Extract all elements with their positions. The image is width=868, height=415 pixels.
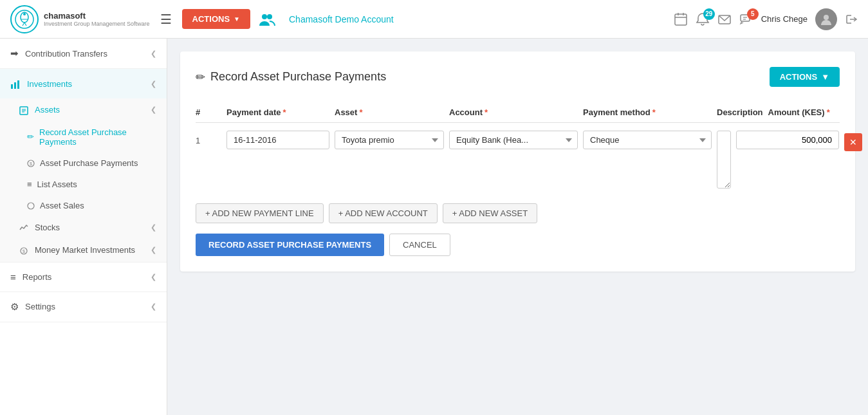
asset-select[interactable]: Toyota premio bbox=[335, 131, 444, 149]
notifications-badge: 29 bbox=[703, 8, 715, 20]
nav-right: 29 5 Chris Chege bbox=[674, 8, 858, 30]
hamburger-menu[interactable]: ☰ bbox=[160, 12, 172, 27]
user-avatar[interactable] bbox=[815, 8, 837, 30]
page-title: ✏ Record Asset Purchase Payments bbox=[196, 70, 386, 84]
sidebar-sub-investments: Assets ❮ ✏ Record Asset Purchase Payment… bbox=[0, 98, 167, 262]
action-buttons-row: RECORD ASSET PURCHASE PAYMENTS CANCEL bbox=[196, 234, 840, 256]
sidebar-item-settings[interactable]: ⚙ Settings ❮ bbox=[0, 292, 167, 322]
sidebar-item-asset-purchase-payments[interactable]: $ Asset Purchase Payments bbox=[0, 152, 167, 174]
cancel-button[interactable]: CANCEL bbox=[389, 234, 450, 256]
reports-chevron-icon: ❮ bbox=[151, 273, 156, 281]
table-header: # Payment date * Asset * Account * Payme… bbox=[196, 102, 840, 123]
pencil-icon: ✏ bbox=[27, 132, 34, 142]
required-indicator: * bbox=[485, 107, 488, 117]
col-description: Description bbox=[717, 107, 763, 117]
investments-chevron-icon: ❮ bbox=[151, 80, 156, 88]
list-icon: ≡ bbox=[27, 180, 32, 189]
svg-point-3 bbox=[23, 13, 26, 15]
sidebar-section-contribution: ➡ Contribution Transfers ❮ bbox=[0, 39, 167, 69]
add-payment-line-button[interactable]: + ADD NEW PAYMENT LINE bbox=[196, 203, 324, 223]
actions-button[interactable]: ACTIONS ▼ bbox=[182, 9, 250, 29]
actions-teal-chevron-icon: ▼ bbox=[821, 72, 829, 82]
sidebar-item-contribution-transfers[interactable]: ➡ Contribution Transfers ❮ bbox=[0, 39, 167, 68]
actions-arrow-icon: ▼ bbox=[234, 15, 240, 23]
logo-area: chamasoft Investment Group Management So… bbox=[10, 5, 150, 33]
svg-text:$: $ bbox=[30, 161, 32, 166]
reports-icon: ≡ bbox=[10, 272, 16, 282]
messages-badge: 5 bbox=[747, 8, 759, 20]
col-asset: Asset * bbox=[335, 107, 444, 117]
sidebar-item-investments[interactable]: Investments ❮ bbox=[0, 69, 167, 98]
notifications-icon-btn[interactable]: 29 bbox=[696, 12, 710, 26]
layout: ➡ Contribution Transfers ❮ Investmen bbox=[0, 39, 868, 415]
svg-rect-19 bbox=[14, 82, 16, 89]
stocks-chevron-icon: ❮ bbox=[151, 223, 156, 232]
sidebar-item-record-asset-purchase[interactable]: ✏ Record Asset Purchase Payments bbox=[0, 122, 167, 152]
assets-chevron-icon: ❮ bbox=[151, 106, 156, 114]
sidebar-item-money-market[interactable]: $ Money Market Investments ❮ bbox=[0, 239, 167, 262]
topnav: chamasoft Investment Group Management So… bbox=[0, 0, 868, 39]
user-name[interactable]: Chris Chege bbox=[761, 14, 808, 24]
svg-rect-20 bbox=[17, 80, 19, 89]
sidebar-item-list-assets[interactable]: ≡ List Assets bbox=[0, 174, 167, 195]
logout-icon[interactable] bbox=[845, 12, 858, 26]
amount-input[interactable] bbox=[736, 131, 839, 149]
account-name: Chamasoft Demo Account bbox=[289, 14, 394, 24]
sidebar-section-settings: ⚙ Settings ❮ bbox=[0, 292, 167, 322]
sidebar: ➡ Contribution Transfers ❮ Investmen bbox=[0, 39, 167, 415]
sidebar-item-stocks[interactable]: Stocks ❮ bbox=[0, 216, 167, 239]
svg-point-16 bbox=[824, 15, 829, 20]
pencil-title-icon: ✏ bbox=[196, 70, 205, 84]
svg-line-4 bbox=[23, 23, 24, 26]
settings-icon: ⚙ bbox=[10, 301, 19, 313]
logo-sub: Investment Group Management Software bbox=[44, 21, 150, 27]
required-indicator: * bbox=[359, 107, 362, 117]
coin-icon: $ bbox=[27, 158, 35, 168]
chevron-icon: ❮ bbox=[151, 50, 156, 58]
assets-icon bbox=[19, 105, 28, 115]
content-card: ✏ Record Asset Purchase Payments ACTIONS… bbox=[180, 51, 855, 272]
svg-point-7 bbox=[267, 14, 272, 19]
money-market-icon: $ bbox=[19, 245, 28, 255]
messages-icon-btn[interactable]: 5 bbox=[739, 12, 753, 26]
sidebar-item-asset-sales[interactable]: Asset Sales bbox=[0, 195, 167, 216]
sidebar-item-reports[interactable]: ≡ Reports ❮ bbox=[0, 263, 167, 291]
required-indicator: * bbox=[283, 107, 286, 117]
group-icon[interactable] bbox=[258, 10, 276, 28]
account-select[interactable]: Equity Bank (Hea... bbox=[449, 131, 578, 149]
sidebar-section-reports: ≡ Reports ❮ bbox=[0, 263, 167, 292]
add-asset-button[interactable]: + ADD NEW ASSET bbox=[443, 203, 537, 223]
svg-text:$: $ bbox=[23, 249, 25, 254]
card-header: ✏ Record Asset Purchase Payments ACTIONS… bbox=[196, 67, 840, 87]
col-num: # bbox=[196, 107, 221, 117]
svg-rect-18 bbox=[11, 84, 13, 89]
delete-row-button[interactable]: ✕ bbox=[844, 133, 862, 151]
stocks-icon bbox=[19, 223, 28, 233]
col-payment-date: Payment date * bbox=[226, 107, 329, 117]
transfer-icon: ➡ bbox=[10, 48, 19, 59]
payment-method-select[interactable]: Cheque Cash Bank Transfer bbox=[583, 131, 712, 149]
money-market-chevron-icon: ❮ bbox=[151, 246, 156, 254]
payment-date-input[interactable] bbox=[226, 131, 329, 149]
description-textarea[interactable] bbox=[717, 131, 731, 189]
required-indicator: * bbox=[652, 107, 656, 117]
main-content: ✏ Record Asset Purchase Payments ACTIONS… bbox=[167, 39, 868, 415]
sidebar-section-investments: Investments ❮ Assets ❮ bbox=[0, 69, 167, 263]
actions-teal-button[interactable]: ACTIONS ▼ bbox=[770, 67, 840, 87]
sidebar-item-assets[interactable]: Assets ❮ bbox=[0, 98, 167, 122]
sales-icon bbox=[27, 201, 35, 210]
required-indicator: * bbox=[827, 107, 830, 117]
svg-point-6 bbox=[262, 14, 267, 19]
record-button[interactable]: RECORD ASSET PURCHASE PAYMENTS bbox=[196, 234, 384, 256]
investments-icon bbox=[10, 78, 21, 89]
table-row: 1 Toyota premio Equity Bank (Hea... bbox=[196, 128, 840, 193]
add-account-button[interactable]: + ADD NEW ACCOUNT bbox=[329, 203, 438, 223]
add-buttons-row: + ADD NEW PAYMENT LINE + ADD NEW ACCOUNT… bbox=[196, 203, 840, 223]
logo-icon bbox=[10, 5, 39, 33]
email-icon-btn[interactable] bbox=[717, 12, 732, 26]
row-number: 1 bbox=[196, 131, 221, 145]
calendar-icon-btn[interactable] bbox=[674, 12, 688, 26]
settings-chevron-icon: ❮ bbox=[151, 302, 156, 311]
svg-line-5 bbox=[24, 23, 26, 26]
logo-text: chamasoft bbox=[44, 11, 150, 21]
